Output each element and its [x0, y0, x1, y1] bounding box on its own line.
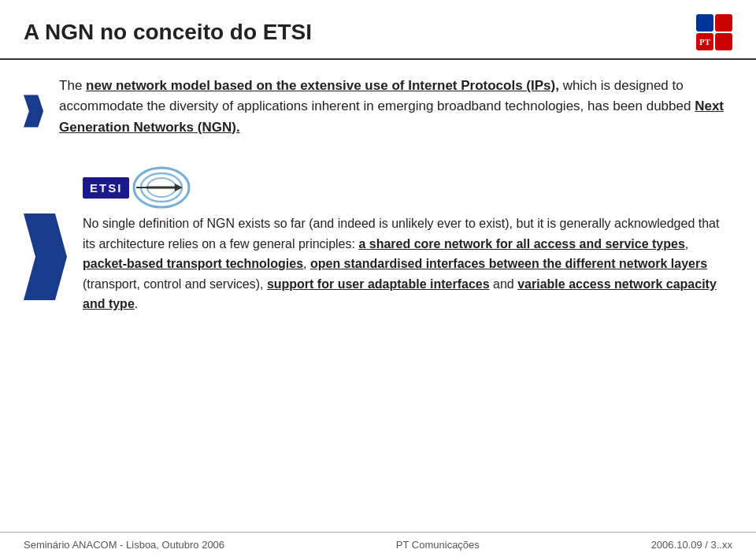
- etsi-circle-icon: [132, 166, 191, 210]
- footer-center: PT Comunicações: [396, 539, 480, 551]
- first-paragraph: The new network model based on the exten…: [59, 76, 732, 138]
- etsi-section: ETSI: [24, 162, 732, 210]
- svg-marker-7: [24, 214, 67, 300]
- second-paragraph: No single definition of NGN exists so fa…: [83, 214, 732, 314]
- footer-left: Seminário ANACOM - Lisboa, Outubro 2006: [24, 539, 224, 551]
- first-block: The new network model based on the exten…: [24, 76, 732, 147]
- footer: Seminário ANACOM - Lisboa, Outubro 2006 …: [0, 532, 756, 557]
- logo-sq-1: [696, 14, 713, 32]
- blue-arrow-icon: [24, 76, 43, 147]
- logo-sq-pt: PT: [696, 33, 713, 50]
- logo-sq-4: [715, 33, 732, 50]
- logo-sq-2: [715, 14, 732, 32]
- page-title: A NGN no conceito do ETSI: [24, 20, 312, 45]
- etsi-text: ETSI: [83, 177, 129, 199]
- main-content: The new network model based on the exten…: [0, 60, 756, 314]
- pt-logo: PT: [696, 14, 732, 50]
- blue-arrow-2-icon: [24, 214, 67, 300]
- footer-right: 2006.10.09 / 3..xx: [651, 539, 732, 551]
- second-block: No single definition of NGN exists so fa…: [24, 214, 732, 314]
- pt-squares: PT: [696, 14, 732, 50]
- header: A NGN no conceito do ETSI PT: [0, 0, 756, 60]
- etsi-logo: ETSI: [83, 166, 191, 210]
- svg-marker-0: [24, 95, 43, 127]
